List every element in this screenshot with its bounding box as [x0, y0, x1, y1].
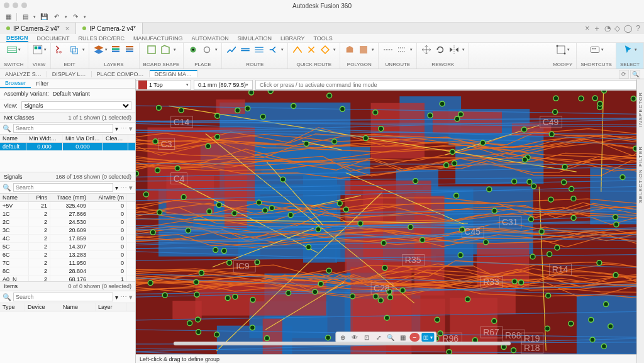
add-icon[interactable]: ▾	[129, 293, 133, 301]
col-min-via-drill[interactable]: Min Via Drill (mm)	[63, 135, 103, 142]
refresh-icon[interactable]: ⟳	[619, 70, 629, 79]
diff-pair-button[interactable]	[240, 44, 251, 55]
ws-tab-tools[interactable]: TOOLS	[313, 35, 332, 42]
layer-stack-button[interactable]	[110, 44, 121, 55]
zoom-fit-icon[interactable]: ⤢	[374, 333, 384, 342]
ws-tab-rules[interactable]: RULES DRC/ERC	[79, 35, 125, 42]
table-row[interactable]: 4C217.8590	[0, 235, 135, 243]
table-row[interactable]: 7C211.9500	[0, 259, 135, 267]
table-row[interactable]: 1C227.8660	[0, 210, 135, 218]
table-row[interactable]: 6C213.2830	[0, 251, 135, 259]
fanout-button[interactable]	[267, 44, 279, 55]
ws-tab-design[interactable]: DESIGN	[6, 35, 28, 42]
zoom-window-icon[interactable]: ⊡	[362, 333, 372, 342]
layer-vis-button[interactable]	[124, 44, 135, 55]
close-icon[interactable]: ×	[585, 24, 589, 33]
col-name[interactable]: Name	[0, 135, 26, 142]
more-icon[interactable]: ⋯	[120, 125, 127, 133]
grid-icon[interactable]: ▦	[397, 333, 408, 342]
more-icon[interactable]: ⋯	[120, 293, 127, 301]
save-icon[interactable]: 💾	[40, 13, 48, 21]
ws-tab-library[interactable]: LIBRARY	[280, 35, 304, 42]
zoom-icon[interactable]: 🔍	[386, 333, 396, 342]
ws-tab-automation[interactable]: AUTOMATION	[192, 35, 229, 42]
file-tab-1[interactable]: IP Camera-2 v4*	[76, 23, 143, 34]
route-button[interactable]	[226, 44, 237, 55]
dropdown-icon[interactable]: ▾	[115, 184, 118, 191]
grid-readout[interactable]: 0.1 mm (89.7 59.5) ▾	[194, 80, 253, 90]
ws-tab-document[interactable]: DOCUMENT	[37, 35, 70, 42]
extensions-icon[interactable]: ◇	[614, 24, 620, 33]
command-input[interactable]	[255, 80, 636, 90]
board-poly-button[interactable]	[160, 44, 171, 55]
ws-tab-simulation[interactable]: SIMULATION	[238, 35, 272, 42]
col-min-width[interactable]: Min Width (mm)	[26, 135, 63, 142]
quickroute-button[interactable]	[292, 44, 303, 55]
move-button[interactable]	[421, 44, 432, 55]
horizontal-scrollbar[interactable]	[174, 342, 511, 345]
table-row[interactable]: 2C224.5300	[0, 218, 135, 226]
grid-menu-icon[interactable]: ▦	[4, 13, 13, 21]
browser-tab[interactable]: Browser	[0, 79, 31, 88]
redo-icon[interactable]: ↷	[71, 13, 80, 21]
table-row[interactable]: 5C214.3070	[0, 243, 135, 251]
orbit-icon[interactable]: ⊕	[338, 333, 348, 342]
items-search-input[interactable]	[13, 293, 113, 301]
filter-tab[interactable]: Filter	[31, 79, 53, 88]
view-select[interactable]: Signals	[21, 101, 131, 110]
place-hole-button[interactable]	[201, 44, 213, 55]
net-classes-search-input[interactable]	[13, 124, 113, 133]
layers-toggle-button[interactable]: ▯▯ ▾	[421, 333, 434, 342]
view-button[interactable]: ▾	[32, 44, 47, 55]
table-row[interactable]: 8C228.8040	[0, 267, 135, 276]
table-row[interactable]: +5V21325.4090	[0, 202, 135, 210]
cut-button[interactable]	[55, 44, 66, 55]
col-device[interactable]: Device	[25, 303, 60, 311]
quickroute3-button[interactable]	[319, 44, 331, 55]
col-pins[interactable]: Pins	[29, 194, 50, 201]
outline-button[interactable]	[146, 44, 157, 55]
window-controls[interactable]	[4, 3, 27, 8]
pcb-canvas[interactable]: IC9C14C3C4C28C45C31R35R14R67R19R18C49R33…	[136, 91, 636, 354]
new-tab-icon[interactable]: ＋	[593, 23, 601, 34]
user-icon[interactable]: ◯	[624, 24, 632, 33]
notifications-icon[interactable]: ◔	[604, 24, 611, 33]
shortcuts-button[interactable]: ▾	[589, 44, 604, 55]
tab-analyze[interactable]: ANALYZE S…	[0, 71, 47, 77]
copy-button[interactable]	[69, 44, 80, 55]
signals-search-input[interactable]	[13, 183, 113, 192]
rotate-button[interactable]	[435, 44, 446, 55]
unroute-button[interactable]	[382, 44, 394, 55]
switch-button[interactable]: ▾	[6, 44, 21, 55]
add-icon[interactable]: ▾	[129, 125, 133, 133]
tab-design-manager[interactable]: DESIGN MA…	[150, 70, 198, 77]
undo-icon[interactable]: ↶	[52, 13, 61, 21]
tab-place-components[interactable]: PLACE COMPO…	[92, 71, 150, 77]
col-trace[interactable]: Trace (mm)	[50, 194, 89, 201]
more-icon[interactable]: ⋯	[120, 184, 127, 192]
quickroute2-button[interactable]	[306, 44, 317, 55]
route-multi-button[interactable]	[253, 44, 265, 55]
search-icon[interactable]: 🔍	[630, 70, 640, 79]
close-icon[interactable]: ×	[65, 25, 69, 32]
table-row[interactable]: default 0.000 0.000	[0, 143, 135, 151]
selection-filter-tab[interactable]: SELECTION FILTER	[638, 146, 643, 203]
table-row[interactable]: A0_N268.1761	[0, 276, 135, 281]
table-row[interactable]: 3C220.6090	[0, 226, 135, 235]
col-layer[interactable]: Layer	[96, 303, 127, 311]
dropdown-icon[interactable]: ▾	[115, 294, 118, 301]
col-name[interactable]: Name	[60, 303, 96, 311]
layer-selector[interactable]: 1 Top ▾	[136, 80, 191, 90]
col-name[interactable]: Name	[0, 194, 29, 201]
modify-button[interactable]: ▾	[555, 44, 570, 55]
inspector-tab[interactable]: INSPECTOR	[638, 92, 643, 127]
polygon-button[interactable]	[344, 44, 355, 55]
place-via-button[interactable]	[187, 44, 199, 55]
dropdown-icon[interactable]: ▾	[115, 125, 118, 132]
zoom-out-icon[interactable]: −	[409, 333, 419, 342]
help-icon[interactable]: ?	[636, 24, 640, 33]
select-button[interactable]: ▾	[623, 44, 637, 55]
file-icon[interactable]: ▤	[21, 13, 30, 21]
col-clearance[interactable]: Clea… (m	[103, 135, 128, 142]
polygon-pour-button[interactable]	[358, 44, 369, 55]
